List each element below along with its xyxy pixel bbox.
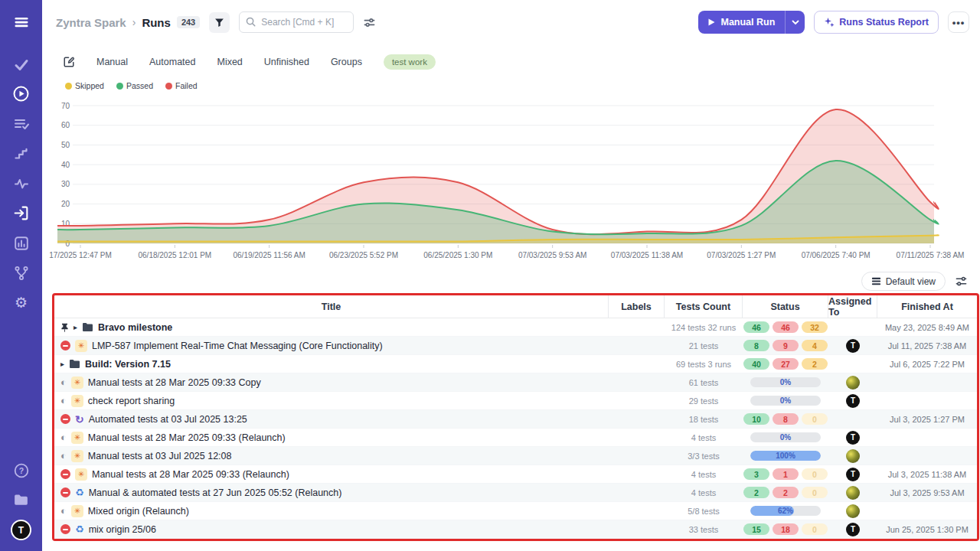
assignee-avatar[interactable]: T — [846, 523, 860, 536]
column-header-tests-count[interactable]: Tests Count — [665, 295, 743, 318]
column-header-assigned-to[interactable]: Assigned To — [828, 295, 877, 318]
assignee-avatar[interactable] — [846, 504, 860, 518]
sidebar-nav-milestones[interactable] — [6, 139, 37, 168]
chevron-down-icon — [792, 20, 799, 25]
pin-icon — [60, 323, 69, 332]
title-cell: ✳LMP-587 Implement Real-Time Chat Messag… — [54, 337, 609, 354]
bar-chart-icon — [13, 235, 30, 252]
expand-chevron-icon[interactable]: ▸ — [74, 323, 77, 331]
manual-run-icon: ✳ — [71, 432, 83, 444]
manual-run-dropdown-button[interactable] — [785, 11, 805, 34]
tests-count-cell: 3/3 tests — [665, 447, 743, 465]
assignee-avatar[interactable]: T — [846, 339, 860, 353]
tab-mixed[interactable]: Mixed — [217, 57, 242, 67]
assignee-avatar[interactable]: T — [846, 431, 860, 445]
search-settings-button[interactable] — [363, 16, 376, 29]
user-avatar[interactable]: T — [11, 520, 31, 540]
sidebar-nav-settings[interactable]: ⚙ — [6, 288, 37, 318]
run-title[interactable]: LMP-587 Implement Real-Time Chat Messagi… — [92, 341, 383, 351]
sidebar-menu-button[interactable] — [6, 9, 37, 35]
run-title[interactable]: Manual & automated tests at 27 Jun 2025 … — [89, 487, 342, 498]
labels-cell — [609, 337, 665, 354]
legend-item-failed: Failed — [165, 81, 198, 90]
tab-manual[interactable]: Manual — [96, 57, 128, 67]
run-title[interactable]: Bravo milestone — [98, 322, 172, 333]
run-title[interactable]: Mixed origin (Relaunch) — [88, 506, 189, 517]
table-row[interactable]: ◐✳Mixed origin (Relaunch)5/8 tests62% — [54, 502, 977, 520]
breadcrumb-project[interactable]: Zyntra Spark — [56, 16, 126, 29]
status-badges: 310 — [743, 468, 828, 480]
sidebar-nav-integrations[interactable] — [6, 258, 37, 288]
runs-status-report-button[interactable]: Runs Status Report — [814, 11, 939, 34]
status-stopped-icon — [60, 414, 70, 424]
table-row[interactable]: ✳Manual tests at 28 Mar 2025 09:33 (Rela… — [54, 465, 977, 484]
column-header-status[interactable]: Status — [743, 295, 828, 318]
column-header-finished-at[interactable]: Finished At — [877, 295, 977, 318]
tests-count-cell: 18 tests — [665, 410, 743, 428]
failed-badge: 27 — [773, 358, 799, 370]
more-actions-button[interactable]: ••• — [948, 11, 969, 33]
mixed-run-icon: ♻ — [75, 487, 84, 499]
default-view-button[interactable]: Default view — [861, 272, 946, 291]
x-axis-tick-label: 07/03/2025 11:38 AM — [611, 251, 683, 259]
run-title[interactable]: check report sharing — [88, 396, 175, 406]
legend-label: Passed — [126, 81, 153, 90]
play-icon — [708, 18, 715, 26]
table-row[interactable]: ▸Bravo milestone124 tests 32 runs464632M… — [54, 318, 977, 337]
assignee-avatar[interactable]: T — [846, 468, 860, 481]
sidebar-nav-reports[interactable] — [6, 228, 37, 258]
active-filter-chip[interactable]: test work — [384, 54, 436, 70]
column-header-title[interactable]: Title — [54, 295, 609, 318]
tab-groups[interactable]: Groups — [331, 57, 362, 67]
create-run-button[interactable] — [63, 56, 75, 68]
run-title[interactable]: Manual tests at 28 Mar 2025 09:33 (Relau… — [88, 432, 286, 443]
labels-cell — [609, 318, 665, 336]
sidebar-nav-activity[interactable] — [6, 168, 37, 198]
labels-cell — [609, 373, 665, 391]
run-title[interactable]: mix origin 25/06 — [89, 524, 156, 535]
search-icon — [245, 16, 256, 28]
progress-bar: 0% — [750, 432, 821, 442]
run-title[interactable]: Manual tests at 03 Jul 2025 12:08 — [88, 451, 232, 461]
run-title[interactable]: Automated tests at 03 Jul 2025 13:25 — [89, 414, 247, 425]
sidebar-nav-runs[interactable] — [6, 79, 37, 109]
table-row[interactable]: ◐✳Manual tests at 28 Mar 2025 09:33 Copy… — [54, 373, 977, 392]
column-header-labels[interactable]: Labels — [609, 295, 665, 318]
assignee-avatar[interactable] — [846, 376, 860, 390]
table-row[interactable]: ◐✳Manual tests at 03 Jul 2025 12:083/3 t… — [54, 447, 977, 465]
tab-unfinished[interactable]: Unfinished — [264, 57, 309, 67]
table-row[interactable]: ♻Manual & automated tests at 27 Jun 2025… — [54, 484, 977, 502]
assignee-avatar[interactable] — [846, 486, 860, 500]
breadcrumb-current: Runs — [142, 16, 171, 29]
sidebar-nav-test-plans[interactable] — [6, 109, 37, 139]
assignee-avatar[interactable]: T — [846, 394, 860, 408]
sidebar-nav-tests[interactable] — [6, 49, 37, 79]
table-row[interactable]: ↻Automated tests at 03 Jul 2025 13:2518 … — [54, 410, 977, 429]
table-row[interactable]: ◐✳check report sharing29 tests0%T — [54, 392, 977, 410]
branch-icon — [13, 265, 30, 282]
manual-run-button[interactable]: Manual Run — [698, 11, 785, 34]
status-stopped-icon — [60, 469, 70, 479]
filter-tabs: ManualAutomatedMixedUnfinishedGroups tes… — [42, 52, 980, 72]
table-row[interactable]: ✳LMP-587 Implement Real-Time Chat Messag… — [54, 337, 977, 355]
run-title[interactable]: Build: Version 7.15 — [85, 359, 171, 370]
status-stopped-icon — [60, 341, 70, 350]
sidebar-projects-button[interactable] — [6, 485, 37, 515]
sidebar-help-button[interactable]: ? — [6, 455, 37, 485]
table-row[interactable]: ▸Build: Version 7.1569 tests 3 runs40272… — [54, 355, 977, 373]
run-title[interactable]: Manual tests at 28 Mar 2025 09:33 (Relau… — [92, 469, 289, 480]
assignee-avatar[interactable] — [846, 449, 860, 463]
labels-cell — [609, 502, 665, 520]
tab-automated[interactable]: Automated — [149, 57, 195, 67]
legend-label: Skipped — [75, 81, 104, 90]
table-row[interactable]: ◐✳Manual tests at 28 Mar 2025 09:33 (Rel… — [54, 429, 977, 447]
filter-button[interactable] — [209, 12, 230, 33]
table-row[interactable]: ♻mix origin 25/0633 tests15180TJun 25, 2… — [54, 520, 977, 539]
x-axis-tick-label: 06/19/2025 11:56 AM — [233, 251, 305, 259]
expand-chevron-icon[interactable]: ▸ — [60, 360, 64, 368]
sidebar-nav-import[interactable] — [6, 198, 37, 228]
run-title[interactable]: Manual tests at 28 Mar 2025 09:33 Copy — [88, 377, 261, 388]
view-settings-button[interactable] — [955, 275, 968, 288]
status-cell: 40272 — [743, 355, 828, 373]
title-cell: ♻mix origin 25/06 — [54, 520, 609, 538]
